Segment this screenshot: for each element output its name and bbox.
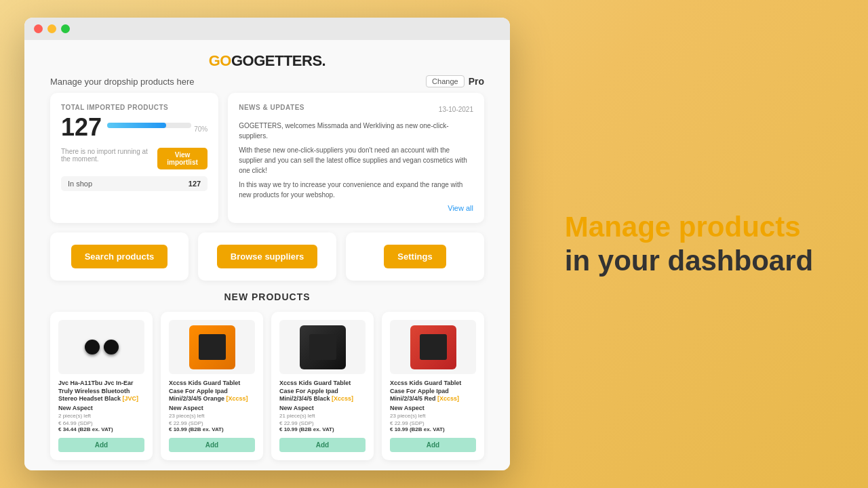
right-panel-line2: in your dashboard bbox=[565, 244, 813, 278]
stats-card: TOTAL IMPORTED PRODUCTS 127 70% There is… bbox=[50, 93, 218, 223]
no-import-row: There is no import running at the moment… bbox=[61, 148, 208, 169]
new-products-title: NEW PRODUCTS bbox=[50, 291, 484, 302]
in-shop-label: In shop bbox=[68, 180, 92, 188]
product-card-2: Xccss Kids Guard Tablet Case For Apple I… bbox=[271, 312, 374, 460]
product-price-original-2: € 22.99 (SDP) bbox=[279, 420, 366, 426]
add-product-button-1[interactable]: Add bbox=[169, 438, 255, 452]
tablet-inner-2 bbox=[309, 334, 336, 360]
stats-number-row: 127 70% bbox=[61, 115, 208, 142]
news-header-row: NEWS & UPDATES 13-10-2021 bbox=[239, 104, 473, 115]
product-stock-2: 21 piece(s) left bbox=[279, 413, 366, 419]
traffic-light-green[interactable] bbox=[61, 24, 70, 33]
progress-bar-fill bbox=[107, 123, 166, 128]
tagline-row: Manage your dropship products here Chang… bbox=[50, 75, 484, 87]
top-cards: TOTAL IMPORTED PRODUCTS 127 70% There is… bbox=[50, 93, 484, 223]
product-price-original-1: € 22.99 (SDP) bbox=[169, 420, 255, 426]
product-image-1 bbox=[169, 320, 255, 374]
product-image-0 bbox=[58, 320, 144, 374]
product-stock-1: 23 piece(s) left bbox=[169, 413, 255, 419]
news-body: GOGETTERS, welcomes Missmada and Werkliv… bbox=[239, 121, 473, 200]
product-supplier-3: [Xccss] bbox=[437, 395, 459, 402]
add-product-button-0[interactable]: Add bbox=[58, 438, 144, 452]
news-view-all-link[interactable]: View all bbox=[239, 204, 473, 212]
product-price-sale-1: € 10.99 (B2B ex. VAT) bbox=[169, 426, 255, 432]
earbud-right bbox=[104, 340, 119, 354]
product-price-original-0: € 64.99 (SDP) bbox=[58, 420, 144, 426]
product-supplier-2: [Xccss] bbox=[332, 395, 353, 402]
browse-suppliers-button[interactable]: Browse suppliers bbox=[217, 245, 317, 268]
product-aspect-1: New Aspect bbox=[169, 405, 255, 411]
browser-chrome bbox=[24, 18, 510, 40]
action-buttons-row: Search products Browse suppliers Setting… bbox=[50, 232, 484, 281]
browser-content: GOGOGETTERS. Manage your dropship produc… bbox=[24, 40, 510, 470]
product-name-text-0: Jvc Ha-A11Tbu Jvc In-Ear Truly Wireless … bbox=[58, 380, 134, 402]
tablet-case-orange-icon bbox=[189, 325, 235, 369]
logo-text: GOGETTERS. bbox=[231, 52, 326, 69]
news-para-2: With these new one-click-suppliers you d… bbox=[239, 145, 473, 176]
search-products-button[interactable]: Search products bbox=[71, 245, 168, 268]
product-card-1: Xccss Kids Guard Tablet Case For Apple I… bbox=[161, 312, 263, 460]
tagline: Manage your dropship products here bbox=[50, 77, 194, 87]
action-card-search: Search products bbox=[50, 232, 189, 281]
earbuds-icon bbox=[85, 340, 119, 354]
traffic-light-red[interactable] bbox=[34, 24, 43, 33]
right-panel: Manage products in your dashboard bbox=[510, 183, 868, 306]
change-plan-button[interactable]: Change bbox=[426, 75, 465, 87]
news-card: NEWS & UPDATES 13-10-2021 GOGETTERS, wel… bbox=[228, 93, 484, 223]
products-grid: Jvc Ha-A11Tbu Jvc In-Ear Truly Wireless … bbox=[50, 312, 484, 460]
product-name-3: Xccss Kids Guard Tablet Case For Apple I… bbox=[390, 380, 476, 403]
product-image-3 bbox=[390, 320, 476, 374]
news-date: 13-10-2021 bbox=[439, 106, 473, 113]
app-logo: GOGOGETTERS. bbox=[209, 52, 326, 70]
new-products-section: NEW PRODUCTS Jvc Ha-A11Tbu Jvc In-Ear Tr… bbox=[50, 291, 484, 470]
action-card-browse: Browse suppliers bbox=[198, 232, 336, 281]
progress-label: 70% bbox=[194, 125, 208, 133]
view-all-products-link[interactable]: View all new products bbox=[50, 470, 484, 470]
right-panel-line1: Manage products bbox=[565, 210, 813, 244]
tablet-inner-3 bbox=[420, 334, 447, 360]
product-aspect-3: New Aspect bbox=[390, 405, 476, 411]
product-price-sale-0: € 34.44 (B2B ex. VAT) bbox=[58, 426, 144, 432]
product-prices-1: New Aspect 23 piece(s) left € 22.99 (SDP… bbox=[169, 405, 255, 432]
app-header: GOGOGETTERS. Manage your dropship produc… bbox=[24, 40, 510, 93]
no-import-text: There is no import running at the moment… bbox=[61, 148, 151, 163]
progress-bar-container bbox=[107, 123, 191, 128]
traffic-light-yellow[interactable] bbox=[47, 24, 56, 33]
browser-window: GOGOGETTERS. Manage your dropship produc… bbox=[24, 18, 510, 470]
plan-row: Change Pro bbox=[426, 75, 484, 87]
stats-card-title: TOTAL IMPORTED PRODUCTS bbox=[61, 104, 208, 111]
news-card-title: NEWS & UPDATES bbox=[239, 104, 304, 111]
product-prices-2: New Aspect 21 piece(s) left € 22.99 (SDP… bbox=[279, 405, 366, 432]
product-image-2 bbox=[279, 320, 366, 374]
product-prices-3: New Aspect 23 piece(s) left € 22.99 (SDP… bbox=[390, 405, 476, 432]
product-aspect-2: New Aspect bbox=[279, 405, 366, 411]
stats-count: 127 bbox=[61, 115, 102, 140]
product-stock-3: 23 piece(s) left bbox=[390, 413, 476, 419]
product-name-0: Jvc Ha-A11Tbu Jvc In-Ear Truly Wireless … bbox=[58, 380, 144, 403]
settings-button[interactable]: Settings bbox=[384, 245, 446, 268]
tablet-case-black-icon bbox=[300, 325, 346, 369]
product-price-original-3: € 22.99 (SDP) bbox=[390, 420, 476, 426]
add-product-button-2[interactable]: Add bbox=[279, 438, 366, 452]
news-para-3: In this way we try to increase your conv… bbox=[239, 180, 473, 200]
product-stock-0: 2 piece(s) left bbox=[58, 413, 144, 419]
in-shop-row: In shop 127 bbox=[61, 176, 208, 191]
view-importlist-button[interactable]: View importlist bbox=[157, 148, 208, 169]
action-card-settings: Settings bbox=[346, 232, 484, 281]
product-card-0: Jvc Ha-A11Tbu Jvc In-Ear Truly Wireless … bbox=[50, 312, 153, 460]
tablet-case-red-icon bbox=[410, 325, 456, 369]
product-supplier-1: [Xccss] bbox=[226, 395, 248, 402]
add-product-button-3[interactable]: Add bbox=[390, 438, 476, 452]
plan-label: Pro bbox=[469, 76, 484, 87]
product-aspect-0: New Aspect bbox=[58, 405, 144, 411]
logo-go: GO bbox=[209, 52, 231, 69]
earbud-left bbox=[85, 340, 100, 354]
product-price-sale-2: € 10.99 (B2B ex. VAT) bbox=[279, 426, 366, 432]
right-panel-text: Manage products in your dashboard bbox=[565, 210, 813, 279]
product-card-3: Xccss Kids Guard Tablet Case For Apple I… bbox=[382, 312, 484, 460]
product-supplier-0: [JVC] bbox=[123, 395, 139, 402]
tablet-inner-1 bbox=[199, 334, 226, 360]
product-price-sale-3: € 10.99 (B2B ex. VAT) bbox=[390, 426, 476, 432]
product-name-2: Xccss Kids Guard Tablet Case For Apple I… bbox=[279, 380, 366, 403]
main-content: TOTAL IMPORTED PRODUCTS 127 70% There is… bbox=[24, 93, 510, 470]
